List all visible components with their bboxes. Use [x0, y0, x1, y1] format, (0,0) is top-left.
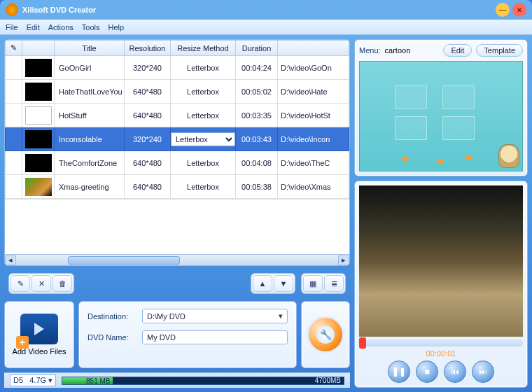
scroll-thumb[interactable] — [68, 256, 180, 265]
preview-panel: 00:00:01 ❚❚ ■ ⏮ ⏭ — [354, 181, 528, 388]
menu-file[interactable]: File — [6, 23, 18, 31]
list-toolbar: ✎ ✕ 🗑 ▲ ▼ ▦ ≣ — [4, 270, 350, 297]
cell-duration: 00:04:24 — [236, 56, 278, 80]
capacity-total: 4700MB — [315, 377, 341, 384]
cell-resolution: 640*480 — [125, 151, 171, 175]
cell-path: D:\video\TheC — [278, 151, 349, 175]
cell-method: Letterbox — [171, 104, 236, 127]
menu-help[interactable]: Help — [108, 23, 124, 31]
cell-duration: 00:05:38 — [236, 175, 278, 199]
capacity-used: 851 MB — [62, 377, 113, 384]
cell-method: Letterbox — [171, 151, 236, 175]
cell-path: D:\video\Incon — [278, 127, 349, 151]
prev-button[interactable]: ⏮ — [444, 360, 466, 383]
list-view-button[interactable]: ≣ — [324, 275, 344, 292]
cell-duration: 00:04:08 — [236, 151, 278, 175]
destination-field[interactable]: D:\My DVD ▾ — [142, 309, 288, 323]
col-thumb — [22, 41, 55, 56]
cell-duration: 00:05:02 — [236, 80, 278, 104]
menu-template-panel: Menu: cartoon Edit Template — [354, 39, 528, 176]
cell-title: TheComfortZone — [55, 151, 125, 175]
table-row[interactable]: HateThatILoveYou640*480Letterbox00:05:02… — [6, 80, 349, 104]
cell-resolution: 640*480 — [125, 175, 171, 199]
video-table[interactable]: ✎ Title Resolution Resize Method Duratio… — [5, 40, 349, 199]
cell-title: HotStuff — [55, 104, 125, 127]
cell-duration: 00:03:43 — [236, 127, 278, 151]
add-video-card[interactable]: Add Video Files — [4, 301, 74, 368]
stop-button[interactable]: ■ — [416, 360, 438, 383]
thumb-view-button[interactable]: ▦ — [303, 275, 323, 292]
menu-label: Menu: — [359, 46, 381, 55]
col-resize[interactable]: Resize Method — [171, 41, 236, 56]
titlebar: Xilisoft DVD Creator — × — [0, 0, 532, 20]
seek-knob[interactable] — [359, 337, 366, 349]
table-row[interactable]: GoOnGirl320*240Letterbox00:04:24D:\video… — [6, 56, 349, 80]
thumb-icon — [25, 83, 52, 101]
thumb-icon — [25, 178, 52, 196]
burn-button[interactable]: 🔧 — [307, 316, 344, 354]
table-row[interactable]: TheComfortZone640*480Letterbox00:04:08D:… — [6, 151, 349, 175]
cell-method: Letterbox — [171, 175, 236, 199]
edit-item-button[interactable]: ✎ — [10, 275, 30, 292]
scroll-left-button[interactable]: ◂ — [5, 255, 16, 265]
pause-button[interactable]: ❚❚ — [388, 360, 410, 383]
cell-path: D:\video\HotSt — [278, 104, 349, 127]
menubar: File Edit Actions Tools Help — [0, 20, 532, 35]
close-button[interactable]: × — [512, 3, 526, 17]
cell-path: D:\video\Hate — [278, 80, 349, 104]
thumb-icon — [25, 154, 52, 172]
app-title: Xilisoft DVD Creator — [22, 6, 96, 14]
cell-resolution: 320*240 — [125, 56, 171, 80]
h-scrollbar[interactable]: ◂ ▸ — [5, 254, 349, 265]
table-row[interactable]: Xmas-greeting640*480Letterbox00:05:38D:\… — [6, 175, 349, 199]
resize-method-select[interactable]: Letterbox — [171, 132, 235, 146]
table-row[interactable]: HotStuff640*480Letterbox00:03:35D:\video… — [6, 104, 349, 127]
cell-path: D:\video\Xmas — [278, 175, 349, 199]
cell-title: Inconsolable — [55, 127, 125, 151]
scroll-right-button[interactable]: ▸ — [338, 255, 349, 265]
thumb-icon — [25, 59, 52, 77]
cell-resolution: 640*480 — [125, 104, 171, 127]
col-resolution[interactable]: Resolution — [125, 41, 171, 56]
mascot-icon — [498, 144, 519, 168]
cell-duration: 00:03:35 — [236, 104, 278, 127]
cell-resolution: 640*480 — [125, 80, 171, 104]
app-logo-icon — [6, 4, 18, 16]
capacity-bar: 851 MB 4700MB — [62, 377, 344, 385]
dvdname-field[interactable]: My DVD — [142, 330, 288, 344]
cell-title: HateThatILoveYou — [55, 80, 125, 104]
col-path — [278, 41, 349, 56]
disc-type-select[interactable]: D5 4.7G ▾ — [10, 374, 56, 386]
col-title[interactable]: Title — [55, 41, 125, 56]
destination-label: Destination: — [88, 312, 136, 321]
delete-item-button[interactable]: 🗑 — [52, 275, 72, 292]
remove-item-button[interactable]: ✕ — [31, 275, 51, 292]
menu-edit[interactable]: Edit — [27, 23, 40, 31]
thumb-icon — [25, 130, 52, 148]
menu-edit-button[interactable]: Edit — [443, 44, 472, 57]
menu-tools[interactable]: Tools — [82, 23, 100, 31]
timecode: 00:00:01 — [359, 349, 523, 358]
cell-method: Letterbox — [171, 56, 236, 80]
minimize-button[interactable]: — — [496, 3, 510, 17]
destination-card: Destination: D:\My DVD ▾ DVD Name: My DV… — [78, 301, 297, 368]
cell-title: GoOnGirl — [55, 56, 125, 80]
video-preview[interactable] — [359, 186, 523, 337]
next-button[interactable]: ⏭ — [472, 360, 494, 383]
move-up-button[interactable]: ▲ — [253, 275, 272, 292]
col-duration[interactable]: Duration — [236, 41, 278, 56]
menu-template-name: cartoon — [385, 46, 411, 55]
chevron-down-icon: ▾ — [279, 312, 283, 321]
cell-title: Xmas-greeting — [55, 175, 125, 199]
col-edit[interactable]: ✎ — [6, 41, 22, 56]
move-down-button[interactable]: ▼ — [274, 275, 293, 292]
menu-template-button[interactable]: Template — [476, 44, 523, 57]
seek-bar[interactable] — [359, 340, 523, 346]
dvdname-label: DVD Name: — [88, 333, 136, 342]
table-row[interactable]: Inconsolable320*240Letterbox00:03:43D:\v… — [6, 127, 349, 151]
menu-actions[interactable]: Actions — [48, 23, 74, 31]
cell-resolution: 320*240 — [125, 127, 171, 151]
thumb-icon — [25, 106, 52, 125]
cell-path: D:\video\GoOn — [278, 56, 349, 80]
menu-preview[interactable] — [359, 61, 523, 172]
